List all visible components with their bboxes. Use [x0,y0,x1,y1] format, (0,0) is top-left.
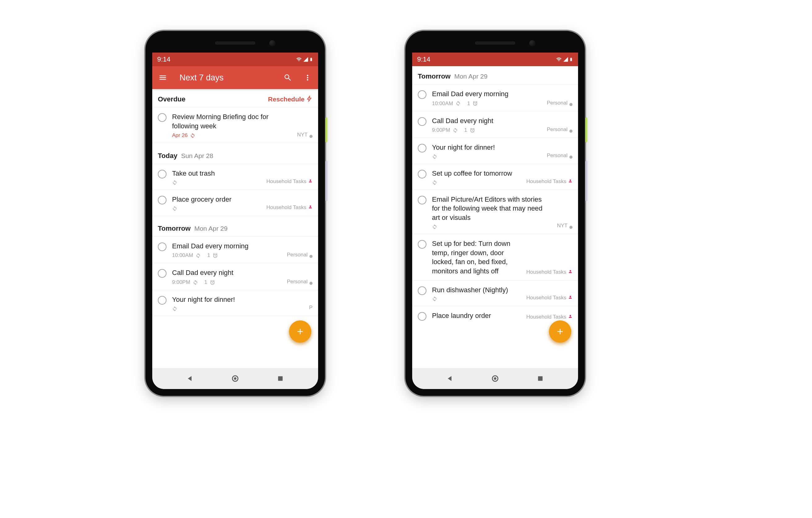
task-row[interactable]: Run dishwasher (Nightly) Household Tasks [412,280,578,306]
svg-rect-2 [278,376,283,381]
task-title: Your night for dinner! [432,143,541,152]
section-today-header: Today Sun Apr 28 [152,143,318,163]
section-overdue-header: Overdue Reschedule [152,89,318,107]
square-recent-icon [277,375,284,382]
nav-recent-button[interactable] [273,371,288,386]
nav-recent-button[interactable] [533,371,548,386]
task-project: Personal [547,152,573,159]
project-dot-icon [570,226,573,229]
task-meta: Apr 26 [172,132,291,139]
shared-person-icon [308,205,313,211]
nav-back-button[interactable] [182,371,197,386]
task-project: Household Tasks [526,295,573,302]
task-meta [172,306,303,311]
task-row[interactable]: Place grocery order Household Tasks [152,190,318,216]
circle-home-icon [231,375,239,382]
task-title: Run dishwasher (Nightly) [432,285,521,295]
recurring-icon [453,128,458,133]
task-row[interactable]: Your night for dinner! P [152,290,318,316]
task-list[interactable]: Tomorrow Mon Apr 29 Email Dad every morn… [412,66,578,368]
task-meta [432,224,551,230]
task-checkbox[interactable] [418,240,427,249]
app-bar: Next 7 days [152,66,318,89]
triangle-back-icon [446,375,454,382]
wifi-icon [295,57,302,62]
recurring-icon [172,306,177,311]
project-dot-icon [310,282,313,285]
task-meta [172,206,261,211]
task-row[interactable]: Call Dad every night 9:00PM 1 Personal [152,263,318,290]
task-row[interactable]: Set up for bed: Turn down temp, ringer d… [412,234,578,280]
svg-point-1 [234,377,236,380]
task-checkbox[interactable] [158,170,167,178]
status-time: 9:14 [417,55,430,63]
phone-camera [269,40,276,47]
task-title: Email Dad every morning [432,89,541,99]
task-row[interactable]: Review Morning Briefing doc for followin… [152,107,318,143]
recurring-icon [432,154,437,159]
status-icons [295,56,313,62]
task-checkbox[interactable] [418,286,427,295]
task-checkbox[interactable] [418,196,427,205]
section-date: Sun Apr 28 [181,152,213,159]
task-row[interactable]: Email Dad every morning 10:00AM 1 Person… [152,237,318,264]
project-dot-icon [570,156,573,159]
app-title: Next 7 days [176,73,275,83]
task-row[interactable]: Take out trash Household Tasks [152,164,318,190]
task-checkbox[interactable] [418,144,427,152]
battery-icon [569,56,573,62]
recurring-icon [172,206,177,211]
phone-right: 9:14 Tomorrow Mon Apr 29 Email Dad every… [405,31,585,396]
task-title: Email Dad every morning [172,242,281,251]
more-button[interactable] [301,71,314,85]
nav-home-button[interactable] [488,371,502,386]
recurring-icon [196,253,201,258]
search-icon [284,73,292,82]
task-checkbox[interactable] [418,312,427,321]
section-label: Tomorrow [418,72,451,81]
reschedule-button[interactable]: Reschedule [268,96,313,103]
plus-icon [555,327,565,336]
add-task-fab[interactable] [289,321,311,343]
recurring-icon [432,180,437,185]
section-label: Today [158,152,177,160]
task-checkbox[interactable] [158,269,167,278]
task-checkbox[interactable] [158,113,167,122]
task-checkbox[interactable] [158,196,167,205]
section-tomorrow-header: Tomorrow Mon Apr 29 [152,216,318,236]
task-meta: 9:00PM 1 [432,127,541,133]
task-row[interactable]: Set up coffee for tomorrow Household Tas… [412,164,578,190]
search-button[interactable] [281,71,295,85]
battery-icon [309,56,313,62]
nav-back-button[interactable] [442,371,457,386]
task-checkbox[interactable] [418,90,427,99]
shared-person-icon [308,178,313,185]
task-row[interactable]: Your night for dinner! Personal [412,138,578,164]
task-checkbox[interactable] [418,117,427,126]
task-checkbox[interactable] [418,170,427,178]
task-title: Your night for dinner! [172,295,303,304]
signal-icon [563,57,569,62]
task-row[interactable]: Call Dad every night 9:00PM 1 Personal [412,111,578,138]
task-title: Place grocery order [172,195,261,204]
task-meta [432,180,521,185]
section-label: Tomorrow [158,224,191,233]
task-title: Email Picture/Art Editors with stories f… [432,195,551,222]
task-checkbox[interactable] [158,296,167,305]
project-dot-icon [570,129,573,133]
task-title: Set up for bed: Turn down temp, ringer d… [432,239,521,276]
task-list[interactable]: Overdue Reschedule Review Morning Briefi… [152,89,318,368]
add-task-fab[interactable] [549,321,571,343]
circle-home-icon [491,375,499,382]
task-row[interactable]: Email Dad every morning 10:00AM 1 Person… [412,85,578,111]
task-title: Call Dad every night [172,268,281,277]
task-row[interactable]: Email Picture/Art Editors with stories f… [412,190,578,234]
task-project: Household Tasks [266,205,313,211]
status-time: 9:14 [157,55,171,63]
menu-button[interactable] [156,71,170,85]
task-project: Household Tasks [266,178,313,185]
task-checkbox[interactable] [158,242,167,251]
android-nav-bar [152,368,318,389]
task-meta [432,154,541,159]
nav-home-button[interactable] [228,371,242,386]
